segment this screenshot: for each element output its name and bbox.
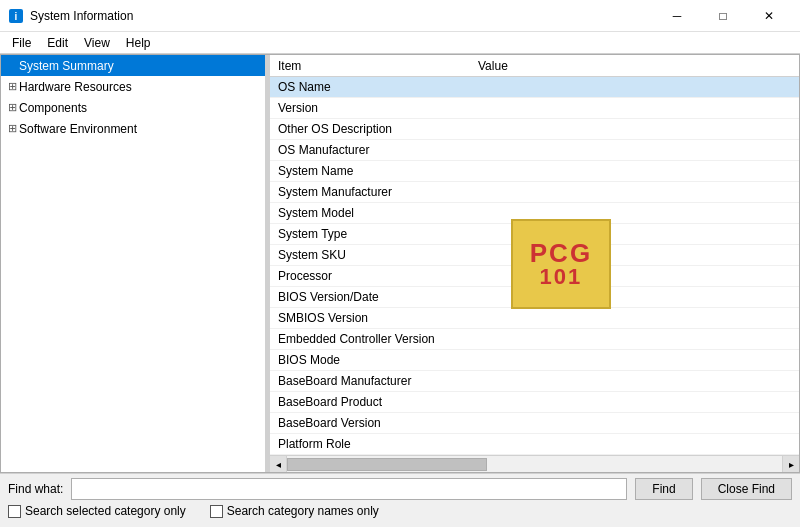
check-row: Search selected category only Search cat… xyxy=(8,504,792,518)
search-category-names-label[interactable]: Search category names only xyxy=(210,504,379,518)
row-item-baseboard-product: BaseBoard Product xyxy=(270,395,470,409)
find-bar: Find what: Find Close Find Search select… xyxy=(0,473,800,527)
row-item-version: Version xyxy=(270,101,470,115)
table-row[interactable]: Embedded Controller Version xyxy=(270,329,799,350)
search-category-names-checkbox[interactable] xyxy=(210,505,223,518)
row-item-system-sku: System SKU xyxy=(270,248,470,262)
window-controls: ─ □ ✕ xyxy=(654,0,792,32)
table-row[interactable]: Processor xyxy=(270,266,799,287)
tree-label-software-environment: Software Environment xyxy=(19,122,137,136)
row-item-smbios: SMBIOS Version xyxy=(270,311,470,325)
find-input[interactable] xyxy=(71,478,627,500)
table-row[interactable]: System SKU xyxy=(270,245,799,266)
row-item-embedded-controller: Embedded Controller Version xyxy=(270,332,470,346)
tree-item-software-environment[interactable]: ⊞ Software Environment xyxy=(1,118,265,139)
row-item-platform-role: Platform Role xyxy=(270,437,470,451)
table-row[interactable]: OS Manufacturer xyxy=(270,140,799,161)
header-item-col: Item xyxy=(270,57,470,75)
title-bar: i System Information ─ □ ✕ xyxy=(0,0,800,32)
find-button[interactable]: Find xyxy=(635,478,692,500)
search-selected-category-checkbox[interactable] xyxy=(8,505,21,518)
row-item-system-type: System Type xyxy=(270,227,470,241)
close-find-button[interactable]: Close Find xyxy=(701,478,792,500)
row-item-os-manufacturer: OS Manufacturer xyxy=(270,143,470,157)
scroll-track[interactable] xyxy=(287,456,782,472)
search-selected-category-label[interactable]: Search selected category only xyxy=(8,504,186,518)
menu-help[interactable]: Help xyxy=(118,34,159,52)
menu-bar: File Edit View Help xyxy=(0,32,800,54)
tree-item-system-summary[interactable]: System Summary xyxy=(1,55,265,76)
table-row[interactable]: Other OS Description xyxy=(270,119,799,140)
window-title: System Information xyxy=(30,9,133,23)
table-row[interactable]: BIOS Version/Date xyxy=(270,287,799,308)
table-row[interactable]: Version xyxy=(270,98,799,119)
table-row[interactable]: System Manufacturer xyxy=(270,182,799,203)
menu-view[interactable]: View xyxy=(76,34,118,52)
expand-icon-components: ⊞ xyxy=(5,101,19,114)
find-label: Find what: xyxy=(8,482,63,496)
table-row[interactable]: BaseBoard Product xyxy=(270,392,799,413)
expand-icon-system-summary xyxy=(5,60,19,71)
row-item-baseboard-manufacturer: BaseBoard Manufacturer xyxy=(270,374,470,388)
table-row[interactable]: SMBIOS Version xyxy=(270,308,799,329)
table-row[interactable]: OS Name xyxy=(270,77,799,98)
row-item-other-os: Other OS Description xyxy=(270,122,470,136)
expand-icon-software-environment: ⊞ xyxy=(5,122,19,135)
details-content[interactable]: OS Name Version Other OS Description OS … xyxy=(270,77,799,455)
row-item-system-name: System Name xyxy=(270,164,470,178)
svg-text:i: i xyxy=(15,11,18,22)
scroll-left-button[interactable]: ◂ xyxy=(270,456,287,472)
expand-icon-hardware-resources: ⊞ xyxy=(5,80,19,93)
details-header: Item Value xyxy=(270,55,799,77)
scroll-right-button[interactable]: ▸ xyxy=(782,456,799,472)
row-item-bios-version: BIOS Version/Date xyxy=(270,290,470,304)
minimize-button[interactable]: ─ xyxy=(654,0,700,32)
table-row[interactable]: System Model PCG 101 xyxy=(270,203,799,224)
row-item-bios-mode: BIOS Mode xyxy=(270,353,470,367)
main-container: System Summary ⊞ Hardware Resources ⊞ Co… xyxy=(0,54,800,473)
tree-label-hardware-resources: Hardware Resources xyxy=(19,80,132,94)
details-panel: Item Value OS Name Version Other OS Desc… xyxy=(270,55,799,472)
table-row[interactable]: BIOS Mode xyxy=(270,350,799,371)
scroll-thumb[interactable] xyxy=(287,458,487,471)
horizontal-scrollbar[interactable]: ◂ ▸ xyxy=(270,455,799,472)
table-row[interactable]: BaseBoard Manufacturer xyxy=(270,371,799,392)
header-value-col: Value xyxy=(470,57,516,75)
table-row[interactable]: BaseBoard Version xyxy=(270,413,799,434)
table-row[interactable]: System Name xyxy=(270,161,799,182)
tree-item-hardware-resources[interactable]: ⊞ Hardware Resources xyxy=(1,76,265,97)
title-bar-left: i System Information xyxy=(8,8,133,24)
menu-file[interactable]: File xyxy=(4,34,39,52)
close-button[interactable]: ✕ xyxy=(746,0,792,32)
table-row[interactable]: Platform Role xyxy=(270,434,799,455)
table-row[interactable]: System Type xyxy=(270,224,799,245)
row-item-system-model: System Model xyxy=(270,206,470,220)
menu-edit[interactable]: Edit xyxy=(39,34,76,52)
search-category-names-text: Search category names only xyxy=(227,504,379,518)
maximize-button[interactable]: □ xyxy=(700,0,746,32)
row-item-os-name: OS Name xyxy=(270,80,470,94)
tree-label-system-summary: System Summary xyxy=(19,59,114,73)
row-item-baseboard-version: BaseBoard Version xyxy=(270,416,470,430)
row-item-processor: Processor xyxy=(270,269,470,283)
search-selected-category-text: Search selected category only xyxy=(25,504,186,518)
tree-label-components: Components xyxy=(19,101,87,115)
tree-panel: System Summary ⊞ Hardware Resources ⊞ Co… xyxy=(1,55,266,472)
row-item-system-manufacturer: System Manufacturer xyxy=(270,185,470,199)
find-row: Find what: Find Close Find xyxy=(8,478,792,500)
app-icon: i xyxy=(8,8,24,24)
tree-item-components[interactable]: ⊞ Components xyxy=(1,97,265,118)
